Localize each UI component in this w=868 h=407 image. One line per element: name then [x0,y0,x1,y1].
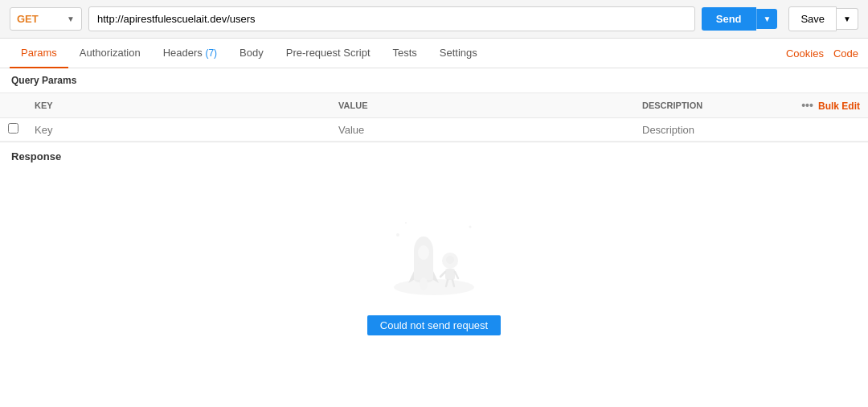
svg-point-15 [396,233,399,236]
tabs-bar: Params Authorization Headers (7) Body Pr… [0,39,868,68]
top-bar: GET ▼ Send ▼ Save ▼ [0,0,868,39]
send-dropdown-button[interactable]: ▼ [756,9,778,29]
col-key-header: KEY [27,93,330,118]
bulk-edit-button[interactable]: Bulk Edit [818,101,860,112]
svg-point-16 [469,226,472,228]
table-row [0,118,868,142]
value-input[interactable] [338,124,626,136]
save-group: Save ▼ [788,6,858,31]
svg-line-10 [440,272,445,277]
tabs-right: Cookies Code [786,47,858,60]
query-params-title: Query Params [0,68,868,92]
rocket-illustration [382,203,486,299]
svg-point-14 [446,256,454,264]
save-button[interactable]: Save [788,6,837,31]
row-checkbox-cell[interactable] [0,118,27,142]
svg-line-11 [455,272,458,278]
svg-point-0 [394,279,474,295]
svg-point-17 [405,222,407,224]
headers-badge: (7) [205,47,217,59]
method-label: GET [17,13,39,25]
key-input[interactable] [35,124,322,136]
code-link[interactable]: Code [833,47,858,60]
description-input[interactable] [642,124,783,136]
three-dots-icon[interactable]: ••• [801,99,813,112]
method-select[interactable]: GET ▼ [10,7,82,31]
row-checkbox[interactable] [8,123,18,134]
tab-prerequest[interactable]: Pre-request Script [275,39,382,68]
error-message: Could not send request [367,315,501,335]
tab-tests[interactable]: Tests [382,39,428,68]
col-checkbox [0,93,27,118]
col-value-header: VALUE [330,93,634,118]
url-input[interactable] [88,6,695,31]
svg-point-7 [420,278,428,290]
value-cell[interactable] [330,118,634,142]
description-cell[interactable] [634,118,791,142]
tab-authorization[interactable]: Authorization [68,39,152,68]
svg-point-4 [418,245,429,260]
send-group: Send ▼ [702,7,778,31]
method-chevron-icon: ▼ [67,14,75,23]
save-dropdown-button[interactable]: ▼ [837,8,858,30]
params-table: KEY VALUE DESCRIPTION ••• Bulk Edit [0,92,868,142]
response-section-title: Response [0,142,868,171]
svg-rect-9 [445,269,455,280]
col-description-header: DESCRIPTION [634,93,791,118]
col-actions-header: ••• Bulk Edit [791,93,868,118]
send-button[interactable]: Send [702,7,756,31]
cookies-link[interactable]: Cookies [786,47,824,60]
row-actions-cell [791,118,868,142]
tab-headers[interactable]: Headers (7) [152,39,228,68]
tab-params[interactable]: Params [10,39,68,68]
empty-state: Could not send request [0,171,868,368]
tab-settings[interactable]: Settings [428,39,489,68]
tab-body[interactable]: Body [228,39,275,68]
key-cell[interactable] [27,118,330,142]
